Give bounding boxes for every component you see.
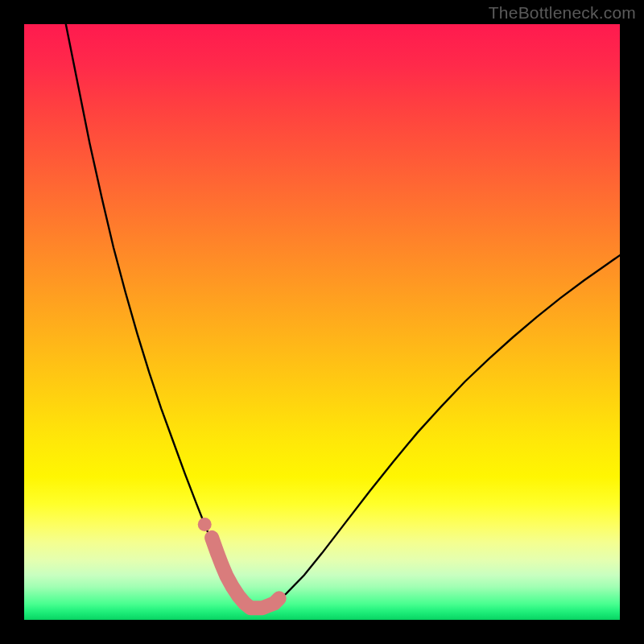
bottleneck-highlight-path <box>212 538 279 608</box>
plot-area <box>24 24 620 620</box>
bottleneck-highlight-dot <box>198 518 212 531</box>
bottleneck-curve-path <box>66 24 620 608</box>
bottleneck-curve-svg <box>24 24 620 620</box>
chart-frame: TheBottleneck.com <box>0 0 644 644</box>
watermark-label: TheBottleneck.com <box>489 3 636 23</box>
